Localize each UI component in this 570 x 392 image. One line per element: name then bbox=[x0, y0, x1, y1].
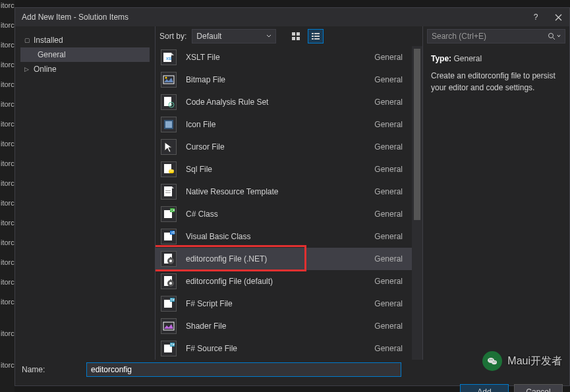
template-item-label: F# Source File bbox=[186, 344, 374, 353]
svg-rect-23 bbox=[165, 192, 171, 193]
collapse-arrow-icon: ▢ bbox=[24, 37, 31, 43]
view-medium-icons-button[interactable] bbox=[288, 29, 304, 43]
template-item-label: F# Script File bbox=[186, 299, 374, 308]
svg-rect-17 bbox=[165, 121, 172, 128]
svg-rect-1 bbox=[297, 32, 300, 36]
svg-rect-4 bbox=[312, 33, 314, 34]
scrollbar[interactable] bbox=[412, 46, 422, 360]
svg-text:F#: F# bbox=[171, 298, 175, 302]
template-item-label: Bitmap File bbox=[186, 75, 374, 84]
template-item-category: General bbox=[374, 53, 403, 62]
svg-point-32 bbox=[169, 260, 172, 262]
shader-icon bbox=[161, 318, 177, 334]
svg-point-13 bbox=[165, 77, 167, 79]
svg-rect-8 bbox=[312, 38, 314, 40]
svg-point-20 bbox=[169, 169, 174, 172]
template-item-category: General bbox=[374, 120, 403, 129]
template-item-category: General bbox=[374, 232, 403, 241]
template-item-label: Visual Basic Class bbox=[186, 232, 374, 241]
template-item-category: General bbox=[374, 344, 403, 353]
search-input[interactable]: Search (Ctrl+E) bbox=[427, 29, 565, 43]
template-item-category: General bbox=[374, 299, 403, 308]
expand-arrow-icon: ▷ bbox=[24, 66, 31, 72]
add-button[interactable]: Add bbox=[460, 384, 509, 392]
sort-dropdown[interactable]: Default bbox=[192, 29, 276, 43]
template-item[interactable]: Sql FileGeneral bbox=[156, 158, 412, 181]
svg-rect-5 bbox=[314, 33, 320, 34]
template-item-label: Sql File bbox=[186, 165, 374, 174]
template-item[interactable]: F#F# Source FileGeneral bbox=[156, 337, 412, 360]
search-icon bbox=[548, 32, 561, 40]
template-item[interactable]: Native Resource TemplateGeneral bbox=[156, 181, 412, 203]
template-item[interactable]: C#C# ClassGeneral bbox=[156, 203, 412, 225]
svg-text:F#: F# bbox=[171, 343, 175, 347]
template-item[interactable]: Icon FileGeneral bbox=[156, 113, 412, 136]
template-item-label: Cursor File bbox=[186, 142, 374, 152]
template-item-label: XSLT File bbox=[186, 53, 374, 62]
fsharp-icon: F# bbox=[161, 296, 177, 312]
fsharp-icon: F# bbox=[161, 341, 177, 356]
tree-online[interactable]: ▷ Online bbox=[20, 62, 150, 76]
tree-installed[interactable]: ▢ Installed bbox=[20, 33, 150, 47]
template-item[interactable]: Code Analysis Rule SetGeneral bbox=[156, 91, 412, 113]
svg-rect-41 bbox=[163, 322, 174, 330]
add-new-item-dialog: Add New Item - Solution Items ? ▢ Instal… bbox=[14, 7, 570, 386]
template-item-category: General bbox=[374, 75, 403, 84]
editorconfig-icon bbox=[161, 273, 177, 289]
description-text: Create an editorconfig file to persist y… bbox=[431, 70, 561, 94]
scrollbar-thumb[interactable] bbox=[414, 49, 420, 220]
template-item[interactable]: Bitmap FileGeneral bbox=[156, 69, 412, 91]
template-item-label: Icon File bbox=[186, 120, 374, 129]
template-panel: Sort by: Default xslXSLT FileGeneralBitm… bbox=[155, 26, 423, 360]
resource-icon bbox=[161, 184, 177, 200]
template-item[interactable]: Shader FileGeneral bbox=[156, 315, 412, 337]
template-item-category: General bbox=[374, 142, 403, 152]
template-item[interactable]: editorconfig File (.NET)General bbox=[156, 248, 412, 270]
template-item-label: editorconfig File (default) bbox=[186, 277, 374, 286]
view-small-icons-button[interactable] bbox=[308, 29, 324, 43]
vb-icon: VB bbox=[161, 229, 177, 244]
cancel-button[interactable]: Cancel bbox=[514, 384, 563, 392]
template-item-label: editorconfig File (.NET) bbox=[186, 254, 374, 264]
template-item-category: General bbox=[374, 254, 403, 264]
dialog-title: Add New Item - Solution Items bbox=[22, 13, 128, 22]
svg-rect-22 bbox=[165, 190, 171, 191]
sql-icon bbox=[161, 161, 177, 177]
ruleset-icon bbox=[161, 94, 177, 110]
dialog-button-row: Add Cancel bbox=[15, 379, 569, 392]
template-item-label: Native Resource Template bbox=[186, 187, 374, 196]
name-row: Name: bbox=[15, 360, 569, 379]
svg-point-36 bbox=[169, 282, 172, 285]
svg-rect-7 bbox=[314, 36, 320, 37]
template-item[interactable]: F#F# Script FileGeneral bbox=[156, 293, 412, 315]
template-item[interactable]: VBVisual Basic ClassGeneral bbox=[156, 225, 412, 248]
icon-icon bbox=[161, 117, 177, 132]
svg-rect-21 bbox=[164, 186, 172, 196]
titlebar: Add New Item - Solution Items ? bbox=[15, 8, 569, 26]
template-item-category: General bbox=[374, 187, 403, 196]
svg-text:VB: VB bbox=[171, 231, 175, 235]
name-input[interactable] bbox=[86, 362, 401, 377]
svg-point-45 bbox=[549, 34, 554, 38]
sort-toolbar: Sort by: Default bbox=[156, 26, 422, 46]
category-tree: ▢ Installed General ▷ Online bbox=[15, 26, 155, 360]
svg-rect-2 bbox=[292, 37, 295, 40]
template-item[interactable]: editorconfig File (default)General bbox=[156, 270, 412, 293]
svg-rect-12 bbox=[163, 76, 174, 84]
tree-general[interactable]: General bbox=[20, 47, 150, 62]
svg-rect-3 bbox=[297, 37, 300, 40]
type-label-row: Type: General bbox=[431, 53, 561, 65]
template-item-category: General bbox=[374, 277, 403, 286]
template-item-category: General bbox=[374, 165, 403, 174]
close-button[interactable] bbox=[547, 8, 569, 26]
help-button[interactable]: ? bbox=[525, 8, 547, 26]
editorconfig-icon bbox=[161, 251, 177, 267]
description-panel: Search (Ctrl+E) Type: General Create an … bbox=[423, 26, 569, 360]
svg-rect-37 bbox=[170, 279, 171, 281]
template-list[interactable]: xslXSLT FileGeneralBitmap FileGeneralCod… bbox=[156, 46, 412, 360]
template-item[interactable]: xslXSLT FileGeneral bbox=[156, 46, 412, 69]
template-item-label: Shader File bbox=[186, 322, 374, 331]
xslt-icon: xsl bbox=[161, 49, 177, 65]
template-item[interactable]: Cursor FileGeneral bbox=[156, 136, 412, 158]
template-item-label: Code Analysis Rule Set bbox=[186, 98, 374, 107]
